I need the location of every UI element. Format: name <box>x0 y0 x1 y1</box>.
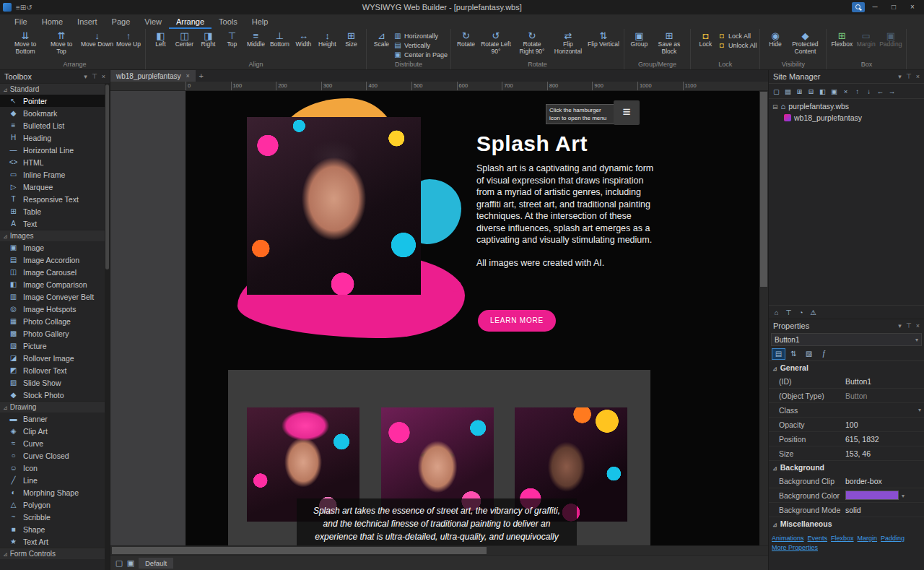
ribbon-button[interactable]: ◫Center <box>173 30 196 49</box>
toolbox-item[interactable]: ▦Photo Collage <box>0 315 110 327</box>
property-pages-icon[interactable]: ▨ <box>802 348 816 360</box>
toolbox-item[interactable]: ≈Curve <box>0 437 110 449</box>
toolbox-item[interactable]: ≡Bulleted List <box>0 119 110 131</box>
ribbon-button[interactable]: ⊿Scale <box>370 30 393 49</box>
history-icon[interactable]: ◔ <box>796 307 806 318</box>
tree-item-page[interactable]: wb18_purplefantasy <box>769 112 924 124</box>
toolbox-section-form-controls[interactable]: Form Controls <box>0 548 110 559</box>
pink-dot-shape[interactable] <box>450 280 461 292</box>
property-value[interactable]: Button <box>845 392 924 400</box>
ai-note-text[interactable]: All images were created with AI. <box>476 258 604 268</box>
search-icon[interactable] <box>852 2 865 12</box>
toolbox-item[interactable]: ◈Clip Art <box>0 425 110 437</box>
toolbox-item[interactable]: AText <box>0 217 110 230</box>
ribbon-tab[interactable]: File <box>7 14 35 29</box>
alphabetical-view-icon[interactable]: ⇅ <box>787 348 801 360</box>
toolbox-item[interactable]: ▨Picture <box>0 340 110 352</box>
preview-breakpoint-icon[interactable]: ▣ <box>126 558 136 568</box>
ribbon-button[interactable]: ⇊Move to Bottom <box>7 30 43 56</box>
ribbon-button[interactable]: ◆Protected Content <box>787 30 823 56</box>
ribbon-button[interactable]: ↑Move Up <box>115 30 142 49</box>
toolbox-item[interactable]: ○Curve Closed <box>0 449 110 462</box>
property-row-background-color[interactable]: Background Color ▾ <box>769 488 924 503</box>
property-value[interactable]: 153, 46 <box>845 449 924 458</box>
undo-icon[interactable]: ↺ <box>26 4 32 12</box>
events-view-icon[interactable]: ƒ <box>817 348 831 360</box>
ribbon-button[interactable]: ⇄Flip Horizontal <box>550 30 586 56</box>
categorized-view-icon[interactable]: ▤ <box>772 348 785 360</box>
issues-icon[interactable]: ⚠ <box>808 307 819 318</box>
pin-icon[interactable]: ⊤ <box>783 307 794 318</box>
toolbox-item[interactable]: ◩Rollover Text <box>0 364 110 376</box>
toolbox-item[interactable]: ▧Slide Show <box>0 376 110 389</box>
new-page-icon[interactable]: ▢ <box>771 86 782 97</box>
ribbon-button[interactable]: ⊞Size <box>339 30 363 49</box>
ribbon-button[interactable]: ↕Height <box>315 30 339 49</box>
property-value[interactable] <box>845 407 924 413</box>
ribbon-button[interactable]: ▣Padding <box>878 30 903 49</box>
ribbon-tab[interactable]: Home <box>35 14 70 29</box>
property-row-background-clip[interactable]: Background Clip border-box <box>769 474 924 488</box>
page-paragraph[interactable]: Splash art is a captivating and dynamic … <box>476 163 659 246</box>
scrollbar-thumb[interactable] <box>760 92 767 287</box>
property-row[interactable]: (Object Type) Button <box>769 389 924 403</box>
property-link[interactable]: Padding <box>881 535 905 542</box>
ribbon-stack-item[interactable]: ◘Unlock All <box>718 41 757 50</box>
property-value[interactable]: border-box <box>845 477 924 485</box>
toolbox-section-images[interactable]: Images <box>0 230 110 241</box>
toolbox-item[interactable]: △Polygon <box>0 498 110 511</box>
property-value[interactable]: ▾ <box>845 491 924 501</box>
breakpoint-tab-default[interactable]: Default <box>139 558 173 569</box>
scrollbar-thumb[interactable] <box>105 85 109 269</box>
toolbox-item[interactable]: ⊞Table <box>0 205 110 217</box>
property-value[interactable]: 100 <box>845 420 924 429</box>
close-icon[interactable]: × <box>916 322 920 329</box>
ribbon-button[interactable]: ▭Margin <box>854 30 878 49</box>
web-page-design[interactable]: Click the hamburger icon to open the men… <box>186 91 759 545</box>
preview-page-icon[interactable]: ▣ <box>829 86 840 97</box>
section-background[interactable]: Background <box>769 461 924 474</box>
close-icon[interactable]: × <box>102 73 105 80</box>
ribbon-tab[interactable]: Insert <box>70 14 105 29</box>
ribbon-button[interactable]: ⊤Top <box>220 30 244 49</box>
ribbon-button[interactable]: ⊞Flexbox <box>829 30 854 49</box>
pin-icon[interactable]: ⊤ <box>906 322 912 329</box>
ribbon-button[interactable]: ⊞Save as Block <box>651 30 687 56</box>
ribbon-stack-item[interactable]: ▥Horizontally <box>393 32 448 40</box>
ribbon-button[interactable]: ↻Rotate Right 90° <box>514 30 550 56</box>
chevron-down-icon[interactable]: ▾ <box>902 493 905 499</box>
ribbon-tab[interactable]: Page <box>105 14 138 29</box>
toolbox-item[interactable]: ◫Image Carousel <box>0 266 110 278</box>
ribbon-button[interactable]: ⇅Flip Vertical <box>586 30 621 49</box>
new-folder-icon[interactable]: ⊟ <box>806 86 816 97</box>
property-row[interactable]: Position 615, 1832 <box>769 432 924 446</box>
toolbox-item[interactable]: <>HTML <box>0 156 110 168</box>
section-miscellaneous[interactable]: Miscellaneous <box>769 517 924 530</box>
toolbox-item[interactable]: ◐Morphing Shape <box>0 486 110 498</box>
toolbox-item[interactable]: ★Text Art <box>0 535 110 548</box>
delete-page-icon[interactable]: × <box>840 86 851 97</box>
chevron-down-icon[interactable]: ▾ <box>898 73 902 80</box>
ribbon-stack-item[interactable]: ▣Center in Page <box>393 51 448 59</box>
horizontal-scrollbar[interactable] <box>110 545 768 555</box>
background-color-swatch[interactable] <box>845 491 899 500</box>
toolbox-item[interactable]: ◎Image Hotspots <box>0 303 110 315</box>
ribbon-button[interactable]: ⊥Bottom <box>268 30 292 49</box>
tab-close-icon[interactable]: × <box>186 72 190 79</box>
minimize-button[interactable]: ─ <box>866 1 884 13</box>
ribbon-button[interactable]: ↓Move Down <box>79 30 115 49</box>
new-icon[interactable]: ⊞ <box>20 4 26 12</box>
gallery-caption-text[interactable]: Splash art takes the essence of street a… <box>297 498 577 545</box>
maximize-button[interactable]: □ <box>885 1 902 13</box>
toolbox-section-drawing[interactable]: Drawing <box>0 401 110 413</box>
pin-icon[interactable]: ⊤ <box>906 73 912 80</box>
clone-page-icon[interactable]: ◧ <box>817 86 828 97</box>
property-link[interactable]: Margin <box>858 535 878 542</box>
property-row[interactable]: Opacity 100 <box>769 418 924 432</box>
add-page-icon[interactable]: ⊞ <box>794 86 805 97</box>
property-value[interactable]: solid <box>845 506 924 514</box>
ribbon-button[interactable]: ◨Right <box>196 30 220 49</box>
chevron-down-icon[interactable]: ▾ <box>898 322 902 329</box>
chevron-down-icon[interactable]: ▾ <box>84 73 87 80</box>
toolbox-item[interactable]: ▩Photo Gallery <box>0 327 110 340</box>
